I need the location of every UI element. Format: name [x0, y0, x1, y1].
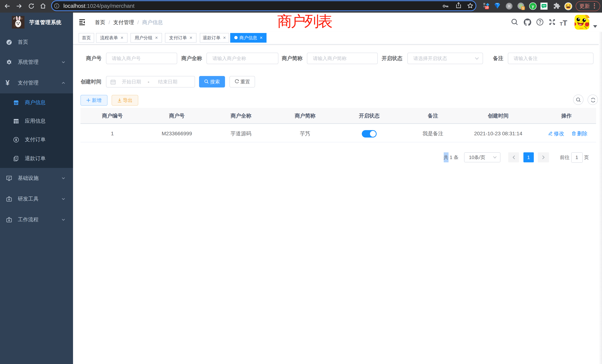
svg-text:y: y	[532, 4, 534, 9]
svg-text:⌘: ⌘	[507, 4, 511, 9]
svg-text:1: 1	[522, 7, 524, 10]
svg-text:10: 10	[485, 6, 489, 9]
